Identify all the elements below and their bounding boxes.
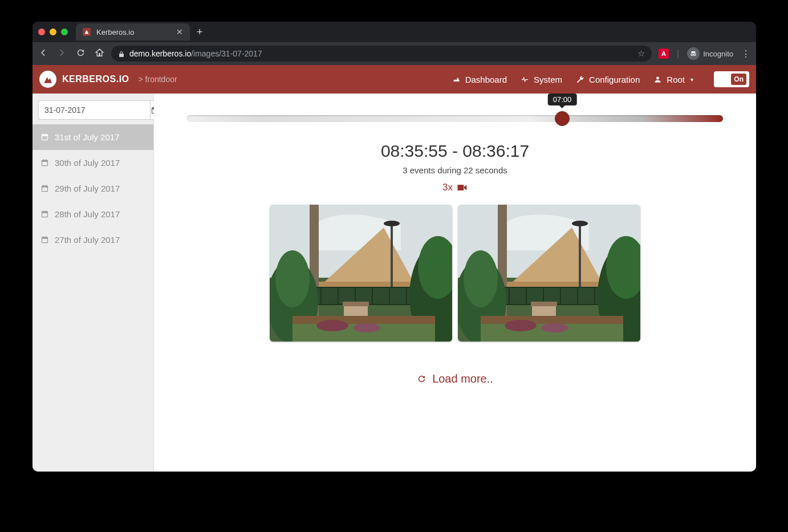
date-label: 31st of July 2017 (55, 132, 119, 142)
sidebar-date-item[interactable]: 30th of July 2017 (33, 150, 153, 176)
svg-point-9 (384, 221, 400, 226)
sidebar-date-item[interactable]: 29th of July 2017 (33, 176, 153, 201)
calendar-icon (40, 159, 49, 167)
svg-rect-55 (481, 316, 623, 324)
timeline-tooltip: 07:00 (548, 94, 577, 105)
tab-title: Kerberos.io (96, 28, 134, 36)
camera-still-icon (270, 205, 452, 342)
svg-rect-8 (391, 225, 393, 287)
date-label: 27th of July 2017 (55, 235, 120, 245)
browser-window: Kerberos.io ✕ + demo.kerberos.io/images/… (33, 22, 756, 472)
calendar-icon (40, 235, 49, 244)
browser-tab[interactable]: Kerberos.io ✕ (76, 23, 190, 40)
url-bar[interactable]: demo.kerberos.io/images/31-07-2017 ☆ (111, 46, 652, 62)
svg-rect-27 (293, 316, 435, 324)
sidebar-date-item[interactable]: 28th of July 2017 (33, 201, 153, 227)
group-summary: 3 events during 22 seconds (187, 165, 723, 175)
svg-point-57 (505, 320, 537, 331)
close-window-icon[interactable] (38, 29, 45, 35)
svg-point-58 (541, 323, 568, 332)
back-button[interactable] (38, 48, 48, 60)
armed-toggle[interactable]: On (714, 71, 749, 87)
event-thumbnail[interactable] (270, 205, 452, 342)
svg-point-2 (694, 54, 696, 56)
nav-dashboard[interactable]: Dashboard (452, 75, 507, 84)
minimize-window-icon[interactable] (50, 29, 56, 35)
event-group: 08:35:55 - 08:36:17 3 events during 22 s… (154, 122, 756, 358)
nav-configuration[interactable]: Configuration (576, 75, 640, 84)
wrench-icon (576, 75, 584, 84)
svg-point-1 (691, 54, 693, 56)
new-tab-button[interactable]: + (197, 26, 203, 38)
forward-button[interactable] (57, 48, 67, 60)
app: KERBEROS.IO > frontdoor Dashboard System… (33, 65, 756, 472)
chart-icon (452, 75, 461, 84)
favicon-icon (83, 28, 91, 36)
breadcrumb: > frontdoor (139, 75, 177, 84)
date-label: 30th of July 2017 (55, 158, 120, 168)
user-icon (653, 75, 662, 84)
lock-icon (118, 50, 125, 57)
svg-rect-22 (343, 302, 369, 306)
brand-title: KERBEROS.IO (62, 74, 129, 84)
timeline-slider[interactable]: 07:00 (187, 115, 723, 122)
thumbnails (187, 205, 723, 342)
toggle-label: On (731, 74, 746, 85)
incognito-icon (687, 47, 700, 60)
heartbeat-icon (521, 75, 529, 84)
date-input[interactable] (38, 100, 150, 120)
timeline-handle[interactable] (555, 111, 570, 126)
maximize-window-icon[interactable] (61, 29, 68, 35)
calendar-icon (40, 184, 49, 193)
refresh-icon (417, 374, 427, 384)
brand-logo-icon (39, 71, 56, 88)
group-time-range: 08:35:55 - 08:36:17 (187, 141, 723, 161)
main-content: 07:00 08:35:55 - 08:36:17 3 events durin… (154, 94, 756, 472)
incognito-indicator: Incognito (687, 47, 733, 60)
svg-point-37 (572, 221, 588, 226)
event-thumbnail[interactable] (458, 205, 640, 342)
tab-close-icon[interactable]: ✕ (176, 27, 183, 36)
date-list: 31st of July 2017 30th of July 2017 29th… (33, 124, 153, 253)
calendar-icon (40, 210, 49, 218)
calendar-icon (40, 133, 49, 141)
window-controls (38, 29, 68, 35)
app-nav: Dashboard System Configuration Root▾ On (452, 71, 749, 87)
svg-point-29 (316, 320, 348, 331)
home-button[interactable] (95, 48, 104, 60)
extension-angular-icon[interactable]: A (659, 48, 669, 59)
svg-rect-36 (579, 225, 581, 287)
chevron-down-icon: ▾ (690, 76, 693, 83)
browser-menu-icon[interactable]: ⋮ (741, 48, 750, 59)
load-more-button[interactable]: Load more.. (154, 358, 756, 437)
svg-rect-50 (531, 302, 557, 306)
video-count[interactable]: 3x (187, 182, 723, 193)
nav-system[interactable]: System (521, 75, 562, 84)
url-text: demo.kerberos.io/images/31-07-2017 (129, 49, 262, 58)
svg-point-30 (353, 323, 380, 332)
nav-user-menu[interactable]: Root▾ (653, 75, 693, 84)
date-label: 29th of July 2017 (55, 184, 120, 193)
svg-point-24 (275, 250, 310, 307)
tab-bar: Kerberos.io ✕ + (33, 22, 756, 42)
sidebar-date-item[interactable]: 31st of July 2017 (33, 124, 153, 150)
reload-button[interactable] (76, 48, 86, 60)
address-bar: demo.kerberos.io/images/31-07-2017 ☆ A |… (33, 42, 756, 65)
svg-point-52 (464, 250, 498, 307)
date-label: 28th of July 2017 (55, 209, 120, 219)
date-picker (38, 100, 148, 120)
sidebar-date-item[interactable]: 27th of July 2017 (33, 227, 153, 253)
app-header: KERBEROS.IO > frontdoor Dashboard System… (33, 65, 756, 94)
camera-still-icon (458, 205, 640, 342)
video-camera-icon (456, 182, 468, 193)
bookmark-star-icon[interactable]: ☆ (637, 48, 645, 59)
sidebar: 31st of July 2017 30th of July 2017 29th… (33, 94, 154, 472)
